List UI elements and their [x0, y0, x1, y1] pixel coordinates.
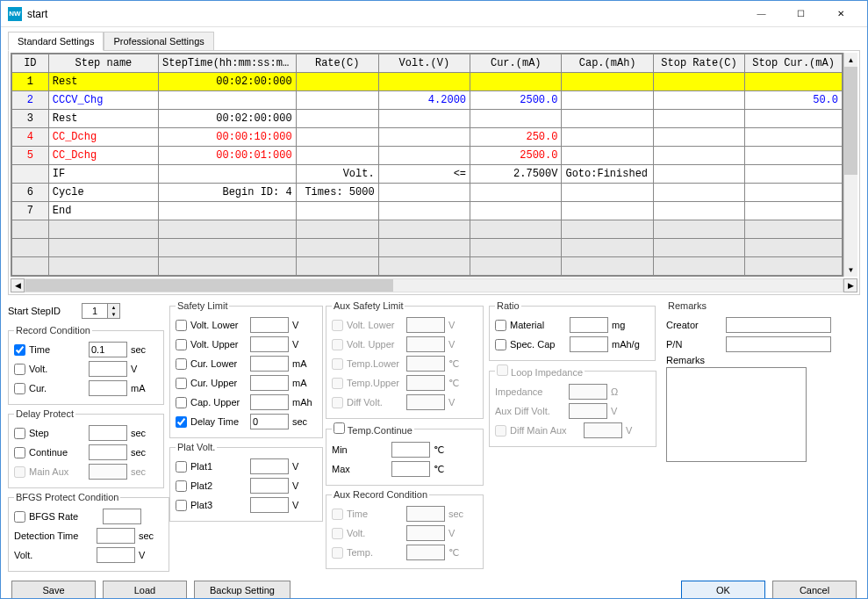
- table-cell[interactable]: End: [48, 202, 158, 220]
- cur-lower-checkbox[interactable]: [176, 358, 187, 370]
- ok-button[interactable]: OK: [681, 581, 765, 599]
- table-cell[interactable]: 1: [12, 73, 49, 91]
- table-cell[interactable]: 250.0: [470, 128, 562, 147]
- table-cell[interactable]: [562, 257, 653, 276]
- table-cell[interactable]: [378, 110, 470, 128]
- table-cell[interactable]: [48, 220, 158, 239]
- table-cell[interactable]: [470, 202, 562, 220]
- table-cell[interactable]: [159, 257, 297, 276]
- steps-grid[interactable]: IDStep nameStepTime(hh:mm:ss:ms)Rate(C)V…: [11, 53, 843, 277]
- table-cell[interactable]: [653, 73, 744, 91]
- table-cell[interactable]: [470, 239, 562, 257]
- plat2-input[interactable]: [250, 478, 289, 494]
- table-cell[interactable]: [562, 110, 653, 128]
- step-checkbox[interactable]: [14, 428, 25, 439]
- column-header[interactable]: Cur.(mA): [470, 54, 562, 73]
- vertical-scrollbar[interactable]: ▲ ▼: [843, 53, 857, 277]
- table-cell[interactable]: [12, 220, 49, 239]
- table-cell[interactable]: [378, 128, 470, 147]
- table-cell[interactable]: [653, 128, 744, 147]
- scroll-right-icon[interactable]: ▶: [843, 278, 857, 292]
- table-cell[interactable]: [745, 257, 843, 276]
- table-cell[interactable]: [653, 110, 744, 128]
- table-cell[interactable]: [378, 257, 470, 276]
- step-input[interactable]: [89, 425, 127, 441]
- table-cell[interactable]: Volt.: [296, 165, 378, 184]
- plat1-checkbox[interactable]: [176, 461, 187, 473]
- maximize-button[interactable]: ☐: [781, 2, 821, 26]
- table-cell[interactable]: [159, 220, 297, 239]
- table-cell[interactable]: [653, 91, 744, 110]
- table-cell[interactable]: 7: [12, 202, 49, 220]
- bfgs-rate-input[interactable]: [103, 509, 141, 524]
- table-cell[interactable]: [12, 257, 49, 276]
- table-cell[interactable]: 6: [12, 184, 49, 202]
- table-cell[interactable]: [159, 91, 297, 110]
- table-cell[interactable]: [745, 73, 843, 91]
- table-cell[interactable]: CCCV_Chg: [48, 91, 158, 110]
- table-cell[interactable]: 2.7500V: [470, 165, 562, 184]
- bfgs-rate-checkbox[interactable]: [14, 511, 25, 523]
- table-cell[interactable]: [296, 239, 378, 257]
- scroll-up-icon[interactable]: ▲: [844, 53, 857, 67]
- table-cell[interactable]: [296, 110, 378, 128]
- save-button[interactable]: Save: [11, 581, 96, 599]
- column-header[interactable]: Cap.(mAh): [562, 54, 653, 73]
- table-cell[interactable]: [378, 239, 470, 257]
- table-cell[interactable]: [296, 202, 378, 220]
- table-cell[interactable]: [378, 73, 470, 91]
- column-header[interactable]: ID: [12, 54, 49, 73]
- cur-checkbox[interactable]: [14, 383, 25, 394]
- table-cell[interactable]: [653, 239, 744, 257]
- volt-checkbox[interactable]: [14, 364, 25, 375]
- table-cell[interactable]: [562, 128, 653, 147]
- table-cell[interactable]: 2500.0: [470, 91, 562, 110]
- table-cell[interactable]: IF: [48, 165, 158, 184]
- table-cell[interactable]: [470, 110, 562, 128]
- table-cell[interactable]: [653, 257, 744, 276]
- table-cell[interactable]: [562, 202, 653, 220]
- continue-checkbox[interactable]: [14, 447, 25, 458]
- creator-input[interactable]: [726, 317, 831, 333]
- table-cell[interactable]: 00:00:01:000: [159, 147, 297, 165]
- table-cell[interactable]: 5: [12, 147, 49, 165]
- plat1-input[interactable]: [250, 458, 289, 474]
- table-cell[interactable]: [378, 220, 470, 239]
- table-cell[interactable]: 2: [12, 91, 49, 110]
- table-cell[interactable]: Begin ID: 4: [159, 184, 297, 202]
- speccap-input[interactable]: [570, 336, 608, 352]
- table-cell[interactable]: [12, 165, 49, 184]
- cap-upper-checkbox[interactable]: [176, 397, 187, 408]
- table-cell[interactable]: [653, 147, 744, 165]
- table-cell[interactable]: 50.0: [745, 91, 843, 110]
- table-cell[interactable]: [159, 239, 297, 257]
- volt-lower-input[interactable]: [250, 317, 289, 333]
- column-header[interactable]: Rate(C): [296, 54, 378, 73]
- table-cell[interactable]: [745, 220, 843, 239]
- table-cell[interactable]: [378, 147, 470, 165]
- table-cell[interactable]: [745, 165, 843, 184]
- table-cell[interactable]: [296, 73, 378, 91]
- spin-down-icon[interactable]: ▼: [107, 311, 119, 318]
- spin-up-icon[interactable]: ▲: [107, 304, 119, 311]
- table-cell[interactable]: [296, 220, 378, 239]
- column-header[interactable]: Volt.(V): [378, 54, 470, 73]
- column-header[interactable]: Stop Rate(C): [653, 54, 744, 73]
- table-cell[interactable]: [745, 128, 843, 147]
- table-cell[interactable]: [378, 202, 470, 220]
- cur-upper-input[interactable]: [250, 375, 289, 391]
- volt-upper-input[interactable]: [250, 336, 289, 352]
- volt-input[interactable]: [89, 361, 127, 377]
- material-input[interactable]: [570, 317, 608, 333]
- table-cell[interactable]: [48, 257, 158, 276]
- table-cell[interactable]: [159, 202, 297, 220]
- cur-lower-input[interactable]: [250, 356, 289, 372]
- table-cell[interactable]: [12, 239, 49, 257]
- table-cell[interactable]: [48, 239, 158, 257]
- table-cell[interactable]: Goto:Finished: [562, 165, 653, 184]
- table-cell[interactable]: 4.2000: [378, 91, 470, 110]
- table-cell[interactable]: [378, 184, 470, 202]
- table-cell[interactable]: [562, 184, 653, 202]
- horizontal-scrollbar[interactable]: ◀ ▶: [11, 278, 857, 292]
- table-cell[interactable]: [745, 202, 843, 220]
